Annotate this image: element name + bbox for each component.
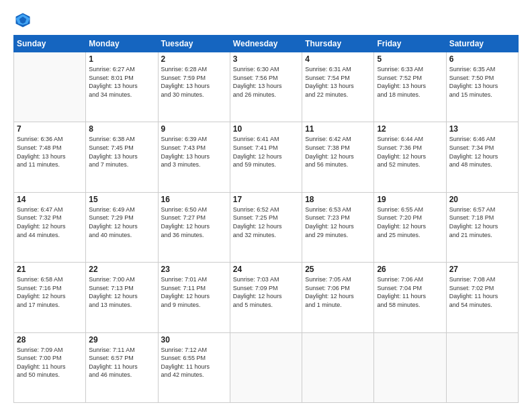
day-info: Sunrise: 6:36 AM Sunset: 7:48 PM Dayligh… <box>17 135 83 169</box>
weekday-header-tuesday: Tuesday <box>158 36 230 52</box>
day-number: 14 <box>17 195 83 204</box>
weekday-header-monday: Monday <box>86 36 158 52</box>
day-cell: 23Sunrise: 7:01 AM Sunset: 7:11 PM Dayli… <box>158 263 230 332</box>
day-info: Sunrise: 6:50 AM Sunset: 7:27 PM Dayligh… <box>161 205 227 239</box>
week-row-4: 28Sunrise: 7:09 AM Sunset: 7:00 PM Dayli… <box>14 332 519 402</box>
day-number: 18 <box>305 195 371 204</box>
day-cell: 22Sunrise: 7:00 AM Sunset: 7:13 PM Dayli… <box>86 263 158 332</box>
day-cell: 29Sunrise: 7:11 AM Sunset: 6:57 PM Dayli… <box>86 332 158 402</box>
logo <box>13 11 35 30</box>
day-cell: 11Sunrise: 6:42 AM Sunset: 7:38 PM Dayli… <box>302 122 374 192</box>
day-info: Sunrise: 6:38 AM Sunset: 7:45 PM Dayligh… <box>89 135 154 169</box>
calendar-table: SundayMondayTuesdayWednesdayThursdayFrid… <box>13 35 519 403</box>
day-number: 24 <box>233 265 299 274</box>
day-cell <box>302 332 374 402</box>
day-number: 23 <box>161 265 227 274</box>
day-info: Sunrise: 6:44 AM Sunset: 7:36 PM Dayligh… <box>377 135 443 169</box>
header <box>13 11 519 30</box>
page: SundayMondayTuesdayWednesdayThursdayFrid… <box>0 0 532 411</box>
day-cell: 13Sunrise: 6:46 AM Sunset: 7:34 PM Dayli… <box>446 122 518 192</box>
day-cell: 25Sunrise: 7:05 AM Sunset: 7:06 PM Dayli… <box>302 263 374 332</box>
day-cell: 26Sunrise: 7:06 AM Sunset: 7:04 PM Dayli… <box>374 263 446 332</box>
day-cell: 19Sunrise: 6:55 AM Sunset: 7:20 PM Dayli… <box>374 192 446 262</box>
day-cell: 12Sunrise: 6:44 AM Sunset: 7:36 PM Dayli… <box>374 122 446 192</box>
day-info: Sunrise: 6:58 AM Sunset: 7:16 PM Dayligh… <box>17 275 83 309</box>
day-number: 29 <box>89 335 154 345</box>
day-cell: 15Sunrise: 6:49 AM Sunset: 7:29 PM Dayli… <box>86 192 158 262</box>
day-info: Sunrise: 7:08 AM Sunset: 7:02 PM Dayligh… <box>449 275 515 309</box>
week-row-3: 21Sunrise: 6:58 AM Sunset: 7:16 PM Dayli… <box>14 263 519 332</box>
day-cell: 8Sunrise: 6:38 AM Sunset: 7:45 PM Daylig… <box>86 122 158 192</box>
day-cell: 14Sunrise: 6:47 AM Sunset: 7:32 PM Dayli… <box>14 192 86 262</box>
day-info: Sunrise: 6:35 AM Sunset: 7:50 PM Dayligh… <box>449 65 515 99</box>
day-cell: 2Sunrise: 6:28 AM Sunset: 7:59 PM Daylig… <box>158 52 230 122</box>
day-number: 6 <box>449 54 515 64</box>
day-cell: 21Sunrise: 6:58 AM Sunset: 7:16 PM Dayli… <box>14 263 86 332</box>
day-info: Sunrise: 7:03 AM Sunset: 7:09 PM Dayligh… <box>233 275 299 309</box>
day-number: 15 <box>89 195 154 204</box>
day-cell: 30Sunrise: 7:12 AM Sunset: 6:55 PM Dayli… <box>158 332 230 402</box>
day-info: Sunrise: 6:30 AM Sunset: 7:56 PM Dayligh… <box>233 65 299 99</box>
day-info: Sunrise: 6:31 AM Sunset: 7:54 PM Dayligh… <box>305 65 371 99</box>
weekday-header-row: SundayMondayTuesdayWednesdayThursdayFrid… <box>14 36 519 52</box>
day-number: 12 <box>377 124 443 134</box>
day-number: 20 <box>449 195 515 204</box>
weekday-header-saturday: Saturday <box>446 36 518 52</box>
day-number: 8 <box>89 124 154 134</box>
day-cell: 6Sunrise: 6:35 AM Sunset: 7:50 PM Daylig… <box>446 52 518 122</box>
day-cell: 7Sunrise: 6:36 AM Sunset: 7:48 PM Daylig… <box>14 122 86 192</box>
day-number: 13 <box>449 124 515 134</box>
day-cell <box>14 52 86 122</box>
day-number: 28 <box>17 335 83 345</box>
day-cell <box>230 332 302 402</box>
weekday-header-thursday: Thursday <box>302 36 374 52</box>
day-info: Sunrise: 6:53 AM Sunset: 7:23 PM Dayligh… <box>305 205 371 239</box>
day-cell: 5Sunrise: 6:33 AM Sunset: 7:52 PM Daylig… <box>374 52 446 122</box>
day-number: 25 <box>305 265 371 274</box>
day-cell: 18Sunrise: 6:53 AM Sunset: 7:23 PM Dayli… <box>302 192 374 262</box>
day-info: Sunrise: 6:39 AM Sunset: 7:43 PM Dayligh… <box>161 135 227 169</box>
day-number: 4 <box>305 54 371 64</box>
day-cell: 3Sunrise: 6:30 AM Sunset: 7:56 PM Daylig… <box>230 52 302 122</box>
weekday-header-wednesday: Wednesday <box>230 36 302 52</box>
day-cell: 10Sunrise: 6:41 AM Sunset: 7:41 PM Dayli… <box>230 122 302 192</box>
day-number: 2 <box>161 54 227 64</box>
day-info: Sunrise: 7:12 AM Sunset: 6:55 PM Dayligh… <box>161 346 227 379</box>
week-row-1: 7Sunrise: 6:36 AM Sunset: 7:48 PM Daylig… <box>14 122 519 192</box>
day-number: 26 <box>377 265 443 274</box>
day-cell: 4Sunrise: 6:31 AM Sunset: 7:54 PM Daylig… <box>302 52 374 122</box>
day-number: 17 <box>233 195 299 204</box>
day-info: Sunrise: 7:01 AM Sunset: 7:11 PM Dayligh… <box>161 275 227 309</box>
day-number: 11 <box>305 124 371 134</box>
day-number: 30 <box>161 335 227 345</box>
day-info: Sunrise: 6:55 AM Sunset: 7:20 PM Dayligh… <box>377 205 443 239</box>
day-number: 21 <box>17 265 83 274</box>
day-info: Sunrise: 6:42 AM Sunset: 7:38 PM Dayligh… <box>305 135 371 169</box>
day-cell: 27Sunrise: 7:08 AM Sunset: 7:02 PM Dayli… <box>446 263 518 332</box>
day-info: Sunrise: 7:09 AM Sunset: 7:00 PM Dayligh… <box>17 346 83 379</box>
day-info: Sunrise: 7:11 AM Sunset: 6:57 PM Dayligh… <box>89 346 154 379</box>
day-info: Sunrise: 7:00 AM Sunset: 7:13 PM Dayligh… <box>89 275 154 309</box>
day-info: Sunrise: 6:41 AM Sunset: 7:41 PM Dayligh… <box>233 135 299 169</box>
week-row-2: 14Sunrise: 6:47 AM Sunset: 7:32 PM Dayli… <box>14 192 519 262</box>
day-cell: 17Sunrise: 6:52 AM Sunset: 7:25 PM Dayli… <box>230 192 302 262</box>
week-row-0: 1Sunrise: 6:27 AM Sunset: 8:01 PM Daylig… <box>14 52 519 122</box>
day-number: 1 <box>89 54 154 64</box>
day-info: Sunrise: 6:52 AM Sunset: 7:25 PM Dayligh… <box>233 205 299 239</box>
day-info: Sunrise: 6:33 AM Sunset: 7:52 PM Dayligh… <box>377 65 443 99</box>
day-cell: 16Sunrise: 6:50 AM Sunset: 7:27 PM Dayli… <box>158 192 230 262</box>
day-number: 5 <box>377 54 443 64</box>
day-number: 19 <box>377 195 443 204</box>
day-info: Sunrise: 6:27 AM Sunset: 8:01 PM Dayligh… <box>89 65 154 99</box>
day-cell <box>374 332 446 402</box>
day-number: 7 <box>17 124 83 134</box>
weekday-header-sunday: Sunday <box>14 36 86 52</box>
day-number: 3 <box>233 54 299 64</box>
day-number: 10 <box>233 124 299 134</box>
day-cell <box>446 332 518 402</box>
day-info: Sunrise: 6:28 AM Sunset: 7:59 PM Dayligh… <box>161 65 227 99</box>
day-cell: 20Sunrise: 6:57 AM Sunset: 7:18 PM Dayli… <box>446 192 518 262</box>
day-cell: 24Sunrise: 7:03 AM Sunset: 7:09 PM Dayli… <box>230 263 302 332</box>
logo-icon <box>13 11 32 30</box>
day-number: 16 <box>161 195 227 204</box>
